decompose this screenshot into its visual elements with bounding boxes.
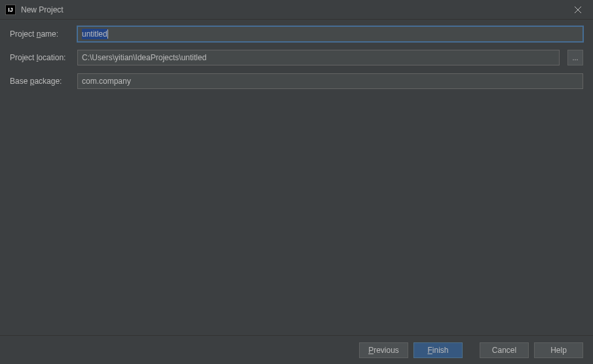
base-package-input[interactable] xyxy=(77,73,583,89)
titlebar: IJ New Project xyxy=(0,0,593,20)
project-location-input[interactable] xyxy=(77,50,560,65)
project-name-input[interactable]: untitled xyxy=(77,26,583,42)
browse-location-button[interactable]: ... xyxy=(567,50,583,65)
project-name-row: Project name: untitled xyxy=(10,26,583,42)
form-content: Project name: untitled Project location:… xyxy=(0,20,593,335)
project-name-value: untitled xyxy=(82,29,107,39)
app-icon: IJ xyxy=(5,5,16,15)
cancel-button[interactable]: Cancel xyxy=(480,342,529,358)
close-icon xyxy=(575,7,581,13)
text-caret xyxy=(107,29,108,39)
window-title: New Project xyxy=(21,5,568,14)
project-location-label: Project location: xyxy=(10,53,72,62)
project-location-row: Project location: ... xyxy=(10,50,583,65)
base-package-label: Base package: xyxy=(10,77,72,86)
close-button[interactable] xyxy=(568,0,588,20)
finish-button[interactable]: Finish xyxy=(413,342,463,358)
project-name-label: Project name: xyxy=(10,29,72,39)
footer: Previous Finish Cancel Help xyxy=(0,335,593,364)
previous-button[interactable]: Previous xyxy=(359,342,408,358)
base-package-row: Base package: xyxy=(10,73,583,89)
help-button[interactable]: Help xyxy=(534,342,583,358)
